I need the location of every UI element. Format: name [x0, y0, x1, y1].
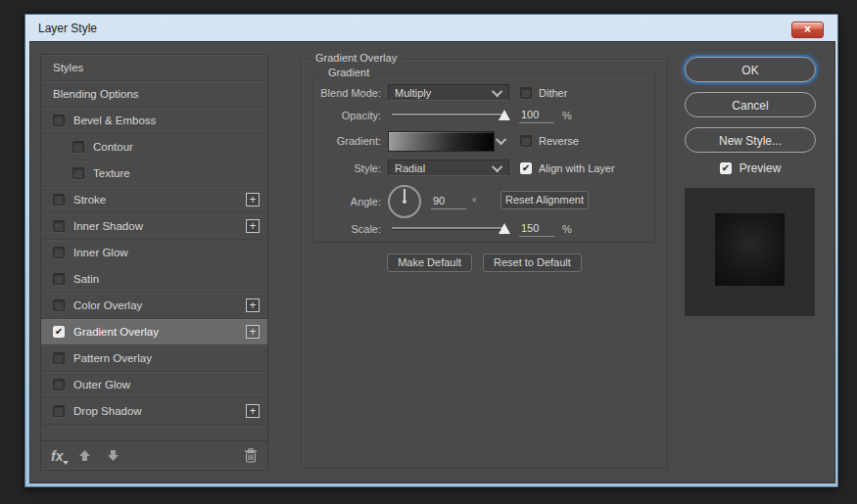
- sidebar-list: StylesBlending OptionsBevel & EmbossCont…: [41, 55, 267, 425]
- sidebar-item-pattern-overlay[interactable]: Pattern Overlay: [41, 345, 267, 372]
- trash-icon[interactable]: [244, 448, 258, 463]
- opacity-unit: %: [562, 110, 572, 121]
- ok-button[interactable]: OK: [685, 57, 816, 82]
- effect-checkbox[interactable]: [72, 141, 84, 153]
- add-instance-icon[interactable]: +: [246, 193, 260, 206]
- gradient-group: Gradient Blend Mode: Multiply Dither Op: [313, 73, 655, 243]
- sidebar-item-label: Bevel & Emboss: [73, 115, 156, 126]
- angle-unit: °: [472, 196, 476, 207]
- fx-menu-icon[interactable]: fx: [51, 448, 63, 464]
- opacity-label: Opacity:: [314, 110, 381, 121]
- align-with-layer-checkbox[interactable]: [520, 162, 532, 174]
- align-with-layer-option[interactable]: Align with Layer: [520, 162, 615, 174]
- move-down-icon[interactable]: [107, 449, 119, 462]
- scale-label: Scale:: [314, 223, 381, 235]
- titlebar[interactable]: Layer Style ×: [25, 15, 837, 41]
- effect-checkbox[interactable]: [53, 220, 65, 232]
- sidebar-item-label: Drop Shadow: [73, 405, 142, 417]
- preview-checkbox[interactable]: [720, 162, 732, 174]
- add-instance-icon[interactable]: +: [246, 298, 260, 312]
- style-label: Style:: [314, 162, 381, 174]
- sidebar-item-label: Texture: [93, 167, 130, 179]
- reset-to-default-button[interactable]: Reset to Default: [483, 253, 582, 272]
- effect-checkbox[interactable]: [53, 194, 65, 206]
- group-title: Gradient: [323, 67, 374, 78]
- move-up-icon[interactable]: [78, 449, 91, 462]
- sidebar-item-inner-glow[interactable]: Inner Glow: [41, 240, 267, 266]
- effect-checkbox[interactable]: [53, 115, 65, 126]
- align-with-layer-label: Align with Layer: [539, 162, 615, 174]
- effect-checkbox[interactable]: [53, 379, 65, 390]
- effect-checkbox[interactable]: [53, 273, 65, 285]
- angle-value-field[interactable]: 90: [431, 195, 466, 209]
- scale-value-field[interactable]: 150: [519, 222, 554, 237]
- style-select[interactable]: Radial: [388, 160, 509, 176]
- angle-dial[interactable]: [388, 185, 421, 218]
- sidebar-item-label: Blending Options: [53, 88, 139, 100]
- blend-mode-value: Multiply: [395, 87, 431, 99]
- gradient-swatch[interactable]: [388, 131, 495, 152]
- sidebar-item-styles[interactable]: Styles: [41, 55, 267, 81]
- cancel-button[interactable]: Cancel: [685, 92, 816, 117]
- effect-checkbox[interactable]: [53, 326, 65, 338]
- sidebar-item-satin[interactable]: Satin: [41, 266, 267, 293]
- scale-slider-track: [392, 227, 505, 230]
- close-icon: ×: [804, 23, 811, 36]
- gradient-picker[interactable]: [388, 131, 509, 152]
- add-instance-icon[interactable]: +: [246, 404, 260, 418]
- opacity-slider-thumb[interactable]: [499, 110, 510, 120]
- reverse-checkbox[interactable]: [520, 135, 532, 147]
- opacity-row: Opacity: 100 %: [314, 108, 654, 123]
- sidebar-footer: fx: [41, 440, 267, 470]
- sidebar-item-label: Color Overlay: [73, 299, 142, 311]
- chevron-down-icon: [492, 85, 502, 96]
- dither-checkbox[interactable]: [520, 87, 532, 99]
- add-instance-icon[interactable]: +: [246, 219, 260, 233]
- sidebar-item-drop-shadow[interactable]: Drop Shadow+: [41, 398, 267, 425]
- scale-row: Scale: 150 %: [314, 221, 654, 237]
- reset-alignment-button[interactable]: Reset Alignment: [500, 191, 589, 209]
- sidebar-item-gradient-overlay[interactable]: Gradient Overlay+: [41, 319, 267, 345]
- sidebar-item-outer-glow[interactable]: Outer Glow: [41, 372, 267, 398]
- preview-thumbnail-gradient: [715, 213, 785, 286]
- chevron-down-icon[interactable]: [495, 134, 505, 145]
- preview-label: Preview: [739, 161, 782, 175]
- layer-style-window: Layer Style × StylesBlending OptionsBeve…: [24, 14, 838, 487]
- effect-checkbox[interactable]: [53, 247, 65, 258]
- sidebar-item-texture[interactable]: Texture: [41, 160, 267, 187]
- effect-checkbox[interactable]: [53, 299, 65, 311]
- blend-mode-select[interactable]: Multiply: [388, 84, 509, 101]
- sidebar-item-blending-options[interactable]: Blending Options: [41, 81, 267, 108]
- blend-mode-row: Blend Mode: Multiply Dither: [314, 84, 654, 101]
- scale-slider-thumb[interactable]: [499, 223, 510, 234]
- sidebar-item-label: Satin: [73, 273, 99, 285]
- opacity-slider[interactable]: [392, 109, 505, 122]
- add-instance-icon[interactable]: +: [246, 325, 260, 339]
- sidebar-item-color-overlay[interactable]: Color Overlay+: [41, 293, 267, 319]
- sidebar-item-label: Stroke: [73, 194, 106, 206]
- sidebar-item-inner-shadow[interactable]: Inner Shadow+: [41, 213, 267, 240]
- preview-option[interactable]: Preview: [685, 160, 816, 176]
- sidebar-item-label: Inner Glow: [73, 247, 128, 258]
- angle-row: Angle: 90 °: [314, 184, 654, 219]
- make-default-button[interactable]: Make Default: [387, 253, 472, 272]
- effect-checkbox[interactable]: [53, 352, 65, 364]
- scale-unit: %: [562, 223, 572, 235]
- sidebar-item-bevel-emboss[interactable]: Bevel & Emboss: [41, 108, 267, 134]
- opacity-value-field[interactable]: 100: [519, 109, 554, 123]
- sidebar-item-label: Styles: [53, 62, 83, 73]
- angle-label: Angle:: [314, 196, 381, 207]
- reverse-option[interactable]: Reverse: [520, 135, 579, 147]
- chevron-down-icon: [492, 160, 502, 171]
- close-button[interactable]: ×: [791, 22, 824, 38]
- dither-label: Dither: [539, 87, 567, 99]
- dither-option[interactable]: Dither: [520, 87, 567, 99]
- effect-checkbox[interactable]: [53, 405, 65, 417]
- scale-slider[interactable]: [392, 222, 505, 236]
- sidebar-item-contour[interactable]: Contour: [41, 134, 267, 160]
- sidebar-item-label: Outer Glow: [73, 379, 130, 390]
- gradient-row: Gradient: Reverse: [314, 130, 654, 152]
- effect-checkbox[interactable]: [72, 167, 84, 179]
- sidebar-item-stroke[interactable]: Stroke+: [41, 187, 267, 213]
- new-style-button[interactable]: New Style...: [685, 127, 816, 153]
